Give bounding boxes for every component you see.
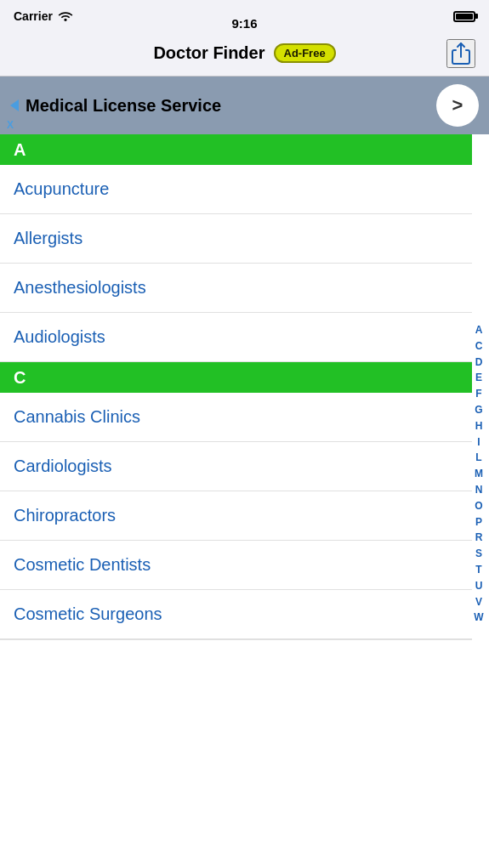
alpha-F[interactable]: F: [472, 387, 486, 401]
list-item[interactable]: Anesthesiologists: [0, 264, 472, 313]
alpha-O[interactable]: O: [472, 499, 486, 513]
alpha-H[interactable]: H: [472, 419, 486, 434]
nav-bar: Doctor Finder Ad-Free: [0, 31, 489, 77]
alpha-E[interactable]: E: [472, 371, 486, 385]
ad-banner-left: Medical License Service X: [10, 96, 221, 116]
ad-close-button[interactable]: X: [7, 119, 14, 131]
carrier-info: Carrier: [14, 9, 73, 24]
alpha-V[interactable]: V: [472, 595, 486, 610]
list-item[interactable]: Cosmetic Dentists: [0, 541, 472, 590]
list-item[interactable]: Chiropractors: [0, 491, 472, 541]
alpha-T[interactable]: T: [472, 563, 486, 577]
alpha-D[interactable]: D: [472, 355, 486, 370]
list-item-label: Cardiologists: [14, 457, 112, 476]
list-item-label: Acupuncture: [14, 179, 109, 199]
list-item-label: Cannabis Clinics: [14, 407, 140, 427]
share-button[interactable]: [446, 39, 475, 68]
alpha-U[interactable]: U: [472, 579, 486, 593]
ad-arrow-button[interactable]: >: [436, 84, 479, 127]
alpha-L[interactable]: L: [472, 451, 486, 465]
list-item[interactable]: Cardiologists: [0, 442, 472, 491]
section-header-a-label: A: [14, 140, 26, 160]
list-item[interactable]: Cannabis Clinics: [0, 393, 472, 442]
alpha-W[interactable]: W: [472, 610, 486, 625]
status-bar: Carrier 9:16 AM: [0, 0, 489, 31]
alpha-G[interactable]: G: [472, 403, 486, 417]
section-header-c: C: [0, 362, 472, 393]
alpha-M[interactable]: M: [472, 467, 486, 481]
ad-banner[interactable]: Medical License Service X >: [0, 77, 489, 134]
main-content: A Acupuncture Allergists Anesthesiologis…: [0, 134, 489, 640]
ad-banner-title: Medical License Service: [26, 96, 221, 115]
ad-arrow-icon: >: [452, 94, 463, 116]
list-item-label: Cosmetic Surgeons: [14, 604, 162, 624]
ad-play-icon: [10, 99, 19, 111]
app-title: Doctor Finder: [153, 43, 264, 63]
battery-icon: [453, 11, 475, 22]
list-item[interactable]: Audiologists: [0, 313, 472, 362]
list-item[interactable]: Allergists: [0, 214, 472, 264]
list-item-label: Audiologists: [14, 327, 105, 347]
alpha-A[interactable]: A: [472, 323, 486, 338]
section-header-a: A: [0, 134, 472, 165]
list-item[interactable]: Acupuncture: [0, 165, 472, 214]
alpha-R[interactable]: R: [472, 530, 486, 545]
carrier-label: Carrier: [14, 9, 53, 23]
alphabet-index: A C D E F G H I L M N O P R S T U V W: [472, 323, 486, 625]
alpha-P[interactable]: P: [472, 515, 486, 530]
alpha-I[interactable]: I: [472, 435, 486, 450]
battery-area: [453, 11, 475, 22]
alpha-S[interactable]: S: [472, 547, 486, 561]
section-header-c-label: C: [14, 368, 26, 388]
nav-title-area: Doctor Finder Ad-Free: [153, 43, 335, 63]
list-item-label: Anesthesiologists: [14, 278, 146, 298]
alpha-C[interactable]: C: [472, 339, 486, 354]
wifi-icon: [58, 9, 73, 24]
list-item[interactable]: Cosmetic Surgeons: [0, 590, 472, 639]
list-item-label: Cosmetic Dentists: [14, 555, 151, 575]
alpha-N[interactable]: N: [472, 483, 486, 497]
list-item-label: Allergists: [14, 229, 82, 248]
ad-free-badge: Ad-Free: [274, 43, 336, 63]
list-item-label: Chiropractors: [14, 506, 116, 525]
